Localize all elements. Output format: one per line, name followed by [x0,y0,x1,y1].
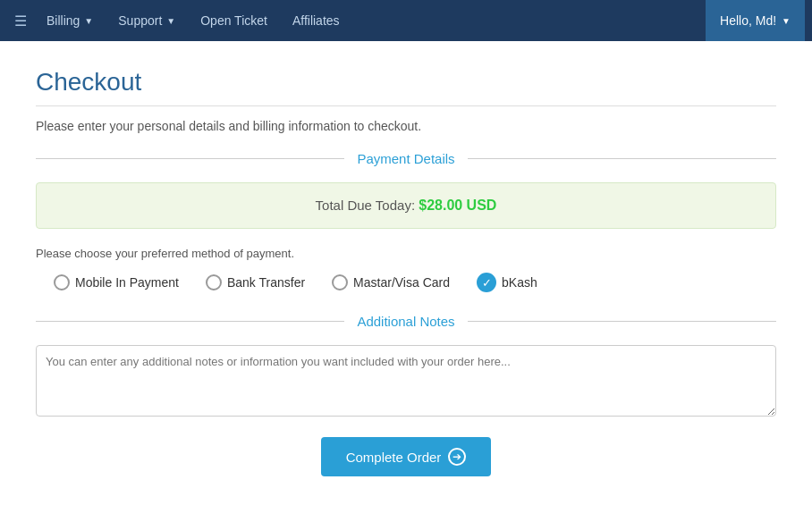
navbar: ☰ Billing ▼ Support ▼ Open Ticket Affili… [0,0,812,41]
payment-section-header: Payment Details [36,151,776,166]
payment-bank-label: Bank Transfer [227,275,305,290]
nav-open-ticket[interactable]: Open Ticket [188,0,280,41]
billing-caret-icon: ▼ [84,16,93,26]
payment-header-line-right [468,158,776,159]
nav-affiliates[interactable]: Affiliates [280,0,352,41]
notes-header-line-left [36,321,344,322]
complete-order-button[interactable]: Complete Order ➔ [321,437,492,476]
notes-section-title: Additional Notes [344,314,467,329]
navbar-toggle-button[interactable]: ☰ [7,13,34,29]
radio-bank[interactable] [206,274,222,290]
nav-billing[interactable]: Billing ▼ [34,0,106,41]
payment-header-line-left [36,158,344,159]
total-box: Total Due Today: $28.00 USD [36,182,776,229]
radio-bkash-selected[interactable]: ✓ [477,273,496,292]
support-caret-icon: ▼ [166,16,175,26]
additional-notes-textarea[interactable] [36,345,776,417]
payment-option-bkash[interactable]: ✓ bKash [477,273,537,292]
title-divider [36,105,776,106]
complete-order-label: Complete Order [346,450,442,465]
radio-card[interactable] [332,274,348,290]
user-caret-icon: ▼ [782,16,791,26]
payment-bkash-label: bKash [502,275,537,290]
payment-section-title: Payment Details [344,151,467,166]
user-menu-button[interactable]: Hello, Md! ▼ [706,0,805,41]
arrow-circle-icon: ➔ [448,448,466,466]
page-title: Checkout [36,68,776,97]
payment-options: Mobile In Payment Bank Transfer Mastar/V… [36,273,776,292]
payment-option-card[interactable]: Mastar/Visa Card [332,274,450,290]
radio-mobile[interactable] [54,274,70,290]
payment-option-bank[interactable]: Bank Transfer [206,274,305,290]
payment-option-mobile[interactable]: Mobile In Payment [54,274,179,290]
user-label: Hello, Md! [720,13,776,28]
page-subtitle: Please enter your personal details and b… [36,119,776,133]
payment-card-label: Mastar/Visa Card [353,275,450,290]
total-amount: $28.00 USD [419,198,496,213]
payment-method-label: Please choose your preferred method of p… [36,247,776,260]
payment-mobile-label: Mobile In Payment [75,275,179,290]
notes-header-line-right [468,321,776,322]
total-label: Total Due Today: [316,198,415,213]
notes-section-header: Additional Notes [36,314,776,329]
nav-support[interactable]: Support ▼ [106,0,188,41]
button-container: Complete Order ➔ [36,437,776,476]
main-content: Checkout Please enter your personal deta… [0,41,812,503]
